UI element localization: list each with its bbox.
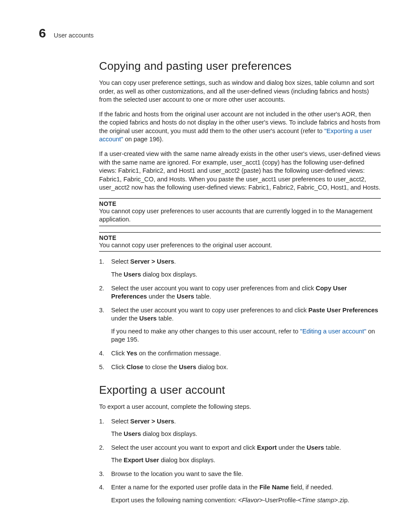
rule bbox=[99, 198, 381, 199]
note-text: You cannot copy user preferences to user… bbox=[99, 207, 381, 224]
list-item: Select Server > Users. The Users dialog … bbox=[99, 258, 381, 279]
rule bbox=[99, 232, 381, 233]
list-item: Select the user account you want to copy… bbox=[99, 284, 381, 301]
paragraph: If a user-created view with the same nam… bbox=[99, 150, 381, 192]
note-text: You cannot copy user preferences to the … bbox=[99, 241, 381, 250]
paragraph: You can copy user preference settings, s… bbox=[99, 79, 381, 104]
link-editing-user-account[interactable]: "Editing a user account" bbox=[300, 328, 366, 335]
paragraph: To export a user account, complete the f… bbox=[99, 403, 381, 411]
sub-paragraph: The Users dialog box displays. bbox=[111, 271, 381, 279]
section-heading-copying: Copying and pasting user preferences bbox=[99, 59, 381, 73]
list-item: Click Yes on the confirmation message. bbox=[99, 349, 381, 358]
note-block: NOTE You cannot copy user preferences to… bbox=[99, 198, 381, 226]
rule bbox=[99, 251, 381, 252]
steps-list: Select Server > Users. The Users dialog … bbox=[99, 258, 381, 371]
steps-list: Select Server > Users. The Users dialog … bbox=[99, 417, 381, 505]
note-label: NOTE bbox=[99, 200, 381, 207]
paragraph: If the fabric and hosts from the origina… bbox=[99, 110, 381, 144]
breadcrumb: User accounts bbox=[54, 32, 94, 39]
section-heading-exporting: Exporting a user account bbox=[99, 383, 381, 397]
note-label: NOTE bbox=[99, 234, 381, 241]
list-item: Enter a name for the exported user profi… bbox=[99, 483, 381, 504]
sub-paragraph: The Export User dialog box displays. bbox=[111, 456, 381, 465]
rule bbox=[99, 226, 381, 226]
content-area: Copying and pasting user preferences You… bbox=[99, 59, 381, 505]
list-item: Click Close to close the Users dialog bo… bbox=[99, 363, 381, 372]
list-item: Browse to the location you want to save … bbox=[99, 470, 381, 479]
sub-paragraph: If you need to make any other changes to… bbox=[111, 327, 381, 344]
chapter-number: 6 bbox=[39, 26, 46, 40]
list-item: Select the user account you want to copy… bbox=[99, 306, 381, 344]
page-header: 6 User accounts bbox=[39, 26, 381, 40]
list-item: Select Server > Users. The Users dialog … bbox=[99, 417, 381, 439]
list-item: Select the user account you want to expo… bbox=[99, 444, 381, 465]
sub-paragraph: Export uses the following naming convent… bbox=[111, 496, 381, 505]
sub-paragraph: The Users dialog box displays. bbox=[111, 430, 381, 439]
page-container: 6 User accounts Copying and pasting user… bbox=[0, 0, 411, 532]
note-block: NOTE You cannot copy user preferences to… bbox=[99, 232, 381, 252]
